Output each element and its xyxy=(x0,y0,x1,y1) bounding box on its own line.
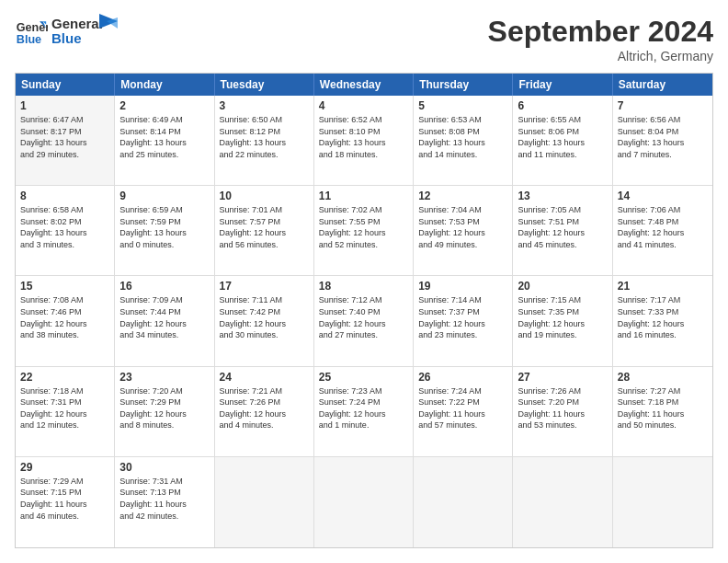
day-number: 24 xyxy=(220,371,309,384)
cal-cell: 21Sunrise: 7:17 AM Sunset: 7:33 PM Dayli… xyxy=(613,276,712,365)
cal-cell: 17Sunrise: 7:11 AM Sunset: 7:42 PM Dayli… xyxy=(215,276,314,365)
cal-cell: 24Sunrise: 7:21 AM Sunset: 7:26 PM Dayli… xyxy=(215,367,314,456)
day-number: 26 xyxy=(418,371,507,384)
cal-cell: 18Sunrise: 7:12 AM Sunset: 7:40 PM Dayli… xyxy=(314,276,414,365)
cell-info: Sunrise: 7:18 AM Sunset: 7:31 PM Dayligh… xyxy=(20,385,109,431)
day-number: 8 xyxy=(20,190,109,202)
cal-cell xyxy=(215,457,314,547)
cal-cell xyxy=(314,457,414,547)
calendar-week-0: 1Sunrise: 6:47 AM Sunset: 8:17 PM Daylig… xyxy=(16,96,712,186)
cell-info: Sunrise: 7:05 AM Sunset: 7:51 PM Dayligh… xyxy=(518,204,607,250)
cell-info: Sunrise: 7:17 AM Sunset: 7:33 PM Dayligh… xyxy=(618,294,708,340)
day-number: 29 xyxy=(20,461,109,474)
cal-cell: 2Sunrise: 6:49 AM Sunset: 8:14 PM Daylig… xyxy=(115,96,214,185)
cell-info: Sunrise: 7:06 AM Sunset: 7:48 PM Dayligh… xyxy=(618,204,708,250)
calendar-week-1: 8Sunrise: 6:58 AM Sunset: 8:02 PM Daylig… xyxy=(16,186,712,276)
cell-info: Sunrise: 6:47 AM Sunset: 8:17 PM Dayligh… xyxy=(20,114,109,160)
day-number: 5 xyxy=(418,99,507,112)
day-number: 19 xyxy=(418,280,507,293)
cell-info: Sunrise: 7:27 AM Sunset: 7:18 PM Dayligh… xyxy=(618,385,708,431)
day-number: 1 xyxy=(20,99,109,112)
cal-cell xyxy=(613,457,712,547)
cell-info: Sunrise: 6:58 AM Sunset: 8:02 PM Dayligh… xyxy=(20,204,109,250)
cal-cell: 7Sunrise: 6:56 AM Sunset: 8:04 PM Daylig… xyxy=(613,96,712,185)
cal-cell xyxy=(513,457,612,547)
day-number: 23 xyxy=(119,371,209,384)
cal-cell: 27Sunrise: 7:26 AM Sunset: 7:20 PM Dayli… xyxy=(513,367,612,456)
cell-info: Sunrise: 7:23 AM Sunset: 7:24 PM Dayligh… xyxy=(319,385,408,431)
logo-icon: General Blue xyxy=(15,15,48,48)
cal-cell: 8Sunrise: 6:58 AM Sunset: 8:02 PM Daylig… xyxy=(16,186,115,275)
cal-cell: 6Sunrise: 6:55 AM Sunset: 8:06 PM Daylig… xyxy=(513,96,612,185)
logo-general: General xyxy=(51,17,103,32)
header-sunday: Sunday xyxy=(16,74,115,96)
cal-cell: 30Sunrise: 7:31 AM Sunset: 7:13 PM Dayli… xyxy=(115,457,214,547)
day-number: 3 xyxy=(220,99,309,112)
day-number: 30 xyxy=(119,461,209,474)
cell-info: Sunrise: 6:49 AM Sunset: 8:14 PM Dayligh… xyxy=(119,114,209,160)
cal-cell: 10Sunrise: 7:01 AM Sunset: 7:57 PM Dayli… xyxy=(215,186,314,275)
cal-cell: 26Sunrise: 7:24 AM Sunset: 7:22 PM Dayli… xyxy=(414,367,513,456)
day-number: 20 xyxy=(518,280,607,293)
day-number: 6 xyxy=(518,99,607,112)
cell-info: Sunrise: 7:24 AM Sunset: 7:22 PM Dayligh… xyxy=(418,385,507,431)
cell-info: Sunrise: 7:11 AM Sunset: 7:42 PM Dayligh… xyxy=(220,294,309,340)
cell-info: Sunrise: 7:29 AM Sunset: 7:15 PM Dayligh… xyxy=(20,476,109,522)
cell-info: Sunrise: 7:31 AM Sunset: 7:13 PM Dayligh… xyxy=(119,476,209,522)
cell-info: Sunrise: 6:53 AM Sunset: 8:08 PM Dayligh… xyxy=(418,114,507,160)
cell-info: Sunrise: 7:15 AM Sunset: 7:35 PM Dayligh… xyxy=(518,294,607,340)
calendar-week-4: 29Sunrise: 7:29 AM Sunset: 7:15 PM Dayli… xyxy=(16,457,712,547)
cal-cell: 5Sunrise: 6:53 AM Sunset: 8:08 PM Daylig… xyxy=(414,96,513,185)
day-number: 12 xyxy=(418,190,507,202)
cal-cell: 13Sunrise: 7:05 AM Sunset: 7:51 PM Dayli… xyxy=(513,186,612,275)
logo-flag-icon xyxy=(99,14,118,41)
cal-cell: 14Sunrise: 7:06 AM Sunset: 7:48 PM Dayli… xyxy=(613,186,712,275)
cal-cell: 15Sunrise: 7:08 AM Sunset: 7:46 PM Dayli… xyxy=(16,276,115,365)
month-title: September 2024 xyxy=(488,15,713,49)
calendar-page: General Blue General Blue September 2024… xyxy=(0,0,728,563)
cell-info: Sunrise: 6:50 AM Sunset: 8:12 PM Dayligh… xyxy=(220,114,309,160)
day-number: 2 xyxy=(119,99,209,112)
cal-cell: 20Sunrise: 7:15 AM Sunset: 7:35 PM Dayli… xyxy=(513,276,612,365)
cal-cell: 29Sunrise: 7:29 AM Sunset: 7:15 PM Dayli… xyxy=(16,457,115,547)
header-tuesday: Tuesday xyxy=(215,74,314,96)
header-friday: Friday xyxy=(513,74,612,96)
cal-cell: 19Sunrise: 7:14 AM Sunset: 7:37 PM Dayli… xyxy=(414,276,513,365)
day-number: 16 xyxy=(119,280,209,293)
cell-info: Sunrise: 7:20 AM Sunset: 7:29 PM Dayligh… xyxy=(119,385,209,431)
day-number: 14 xyxy=(618,190,708,202)
cell-info: Sunrise: 7:21 AM Sunset: 7:26 PM Dayligh… xyxy=(220,385,309,431)
header-wednesday: Wednesday xyxy=(314,74,414,96)
calendar-week-3: 22Sunrise: 7:18 AM Sunset: 7:31 PM Dayli… xyxy=(16,367,712,457)
title-area: September 2024 Altrich, Germany xyxy=(488,15,713,63)
day-number: 18 xyxy=(319,280,408,293)
cell-info: Sunrise: 7:09 AM Sunset: 7:44 PM Dayligh… xyxy=(119,294,209,340)
cell-info: Sunrise: 6:59 AM Sunset: 7:59 PM Dayligh… xyxy=(119,204,209,250)
cal-cell: 28Sunrise: 7:27 AM Sunset: 7:18 PM Dayli… xyxy=(613,367,712,456)
cell-info: Sunrise: 7:08 AM Sunset: 7:46 PM Dayligh… xyxy=(20,294,109,340)
calendar-header: Sunday Monday Tuesday Wednesday Thursday… xyxy=(16,74,712,96)
day-number: 4 xyxy=(319,99,408,112)
cal-cell: 11Sunrise: 7:02 AM Sunset: 7:55 PM Dayli… xyxy=(314,186,414,275)
header-thursday: Thursday xyxy=(414,74,513,96)
cal-cell: 25Sunrise: 7:23 AM Sunset: 7:24 PM Dayli… xyxy=(314,367,414,456)
cell-info: Sunrise: 7:01 AM Sunset: 7:57 PM Dayligh… xyxy=(220,204,309,250)
cal-cell: 3Sunrise: 6:50 AM Sunset: 8:12 PM Daylig… xyxy=(215,96,314,185)
cal-cell: 22Sunrise: 7:18 AM Sunset: 7:31 PM Dayli… xyxy=(16,367,115,456)
cell-info: Sunrise: 7:04 AM Sunset: 7:53 PM Dayligh… xyxy=(418,204,507,250)
logo-blue: Blue xyxy=(51,31,103,47)
cell-info: Sunrise: 7:12 AM Sunset: 7:40 PM Dayligh… xyxy=(319,294,408,340)
day-number: 9 xyxy=(119,190,209,202)
calendar: Sunday Monday Tuesday Wednesday Thursday… xyxy=(15,73,713,548)
header-monday: Monday xyxy=(115,74,214,96)
day-number: 10 xyxy=(220,190,309,202)
cell-info: Sunrise: 6:52 AM Sunset: 8:10 PM Dayligh… xyxy=(319,114,408,160)
cell-info: Sunrise: 7:26 AM Sunset: 7:20 PM Dayligh… xyxy=(518,385,607,431)
day-number: 28 xyxy=(618,371,708,384)
cell-info: Sunrise: 6:56 AM Sunset: 8:04 PM Dayligh… xyxy=(618,114,708,160)
svg-text:Blue: Blue xyxy=(17,33,41,46)
day-number: 15 xyxy=(20,280,109,293)
cal-cell: 16Sunrise: 7:09 AM Sunset: 7:44 PM Dayli… xyxy=(115,276,214,365)
day-number: 17 xyxy=(220,280,309,293)
logo: General Blue General Blue xyxy=(15,15,118,48)
